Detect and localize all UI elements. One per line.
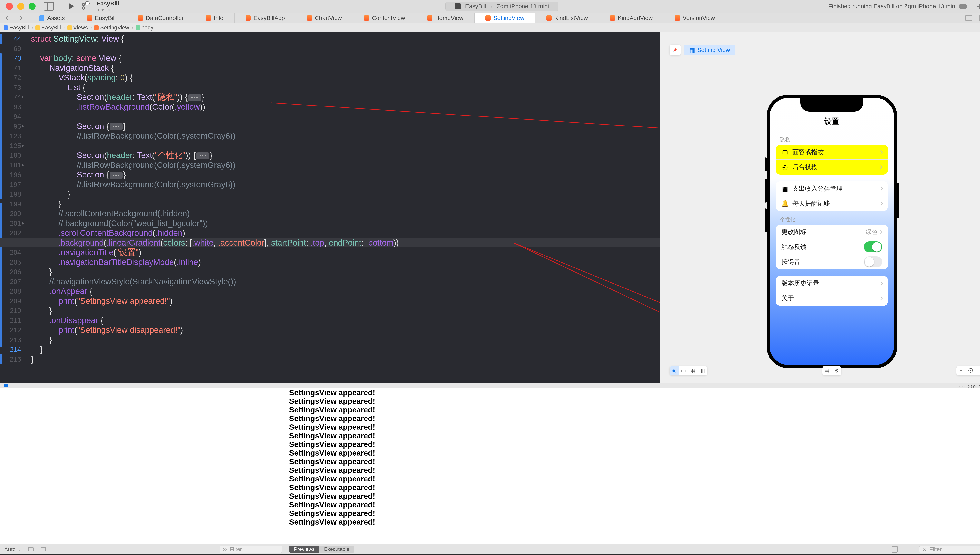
minimize-window-icon[interactable] (17, 3, 24, 10)
row-about[interactable]: 关于 (775, 291, 888, 306)
chevron-right-icon (879, 150, 883, 154)
minimap-indicator-icon[interactable] (3, 384, 8, 387)
add-editor-button[interactable]: + (977, 1, 980, 12)
titlebar: EasyBill master EasyBill › Zqm iPhone 13… (0, 0, 980, 13)
section-about: 版本历史记录 关于 (775, 276, 888, 306)
scheme-selector[interactable]: EasyBill master (96, 1, 119, 12)
live-mode-icon[interactable]: ◉ (670, 366, 679, 375)
jump-bar[interactable]: EasyBill› EasyBill› Views› SettingView› … (0, 23, 980, 32)
keysound-toggle[interactable] (864, 256, 882, 267)
folder-icon (35, 26, 40, 30)
source-editor[interactable]: 4469707172737493949512312518018119619719… (0, 32, 660, 383)
preview-settings-icon[interactable]: ⚙ (832, 366, 841, 375)
code-content[interactable]: struct SettingView: View { var body: som… (31, 34, 660, 364)
section-manage: ▦支出收入分类管理 🔔每天提醒记账 (775, 181, 888, 211)
tab-label: EasyBillApp (253, 15, 285, 21)
variables-filter-field[interactable]: ⊘ Filter (219, 545, 282, 553)
tab-label: KindAddView (618, 15, 653, 21)
device-screen[interactable]: 设置 隐私 ▢面容或指纹 ◴后台模糊 (770, 98, 894, 365)
window-traffic-lights (6, 3, 36, 10)
row-version-history[interactable]: 版本历史记录 (775, 276, 888, 291)
console-mode-segmented[interactable]: Previews Executable (289, 545, 354, 553)
property-icon (136, 26, 140, 30)
tab-assets[interactable]: Assets (29, 13, 76, 23)
swift-file-icon (206, 16, 211, 21)
clear-console-icon[interactable] (892, 546, 898, 553)
selectable-mode-icon[interactable]: ▭ (679, 366, 688, 375)
swift-file-icon (427, 16, 432, 21)
chevron-right-icon (879, 165, 883, 169)
view-selector-icon-2[interactable] (41, 547, 46, 552)
pin-preview-button[interactable]: 📌 (670, 45, 681, 56)
tab-chartview[interactable]: ChartView (296, 13, 353, 23)
bell-icon: 🔔 (782, 200, 788, 207)
preview-name-pill[interactable]: ▦ Setting View (684, 45, 735, 56)
tab-datacontroller[interactable]: DataController (127, 13, 195, 23)
color-variants-icon[interactable]: ◧ (698, 366, 707, 375)
nav-bar-title: 设置 (770, 116, 894, 126)
tab-easybillapp[interactable]: EasyBillApp (235, 13, 296, 23)
device-settings-icon[interactable]: ▤ (822, 366, 832, 375)
zoom-in-icon[interactable]: + (975, 366, 980, 375)
zoom-controls[interactable]: − ⦿ + ⛶ (956, 366, 980, 375)
crumb-4[interactable]: body (142, 24, 153, 31)
console-filter-field[interactable]: ⊘ Filter (919, 545, 980, 553)
zoom-window-icon[interactable] (29, 3, 36, 10)
line-gutter[interactable]: 4469707172737493949512312518018119619719… (0, 32, 25, 383)
haptic-toggle[interactable] (864, 241, 882, 252)
tab-contentview[interactable]: ContentView (353, 13, 416, 23)
row-appicon[interactable]: 更改图标 绿色 (775, 225, 888, 239)
run-destination-pill[interactable]: EasyBill › Zqm iPhone 13 mini (445, 2, 558, 11)
canvas-preview: 📌 ▦ Setting View 设置 隐私 ▢面容或指纹 (660, 32, 980, 383)
chevron-right-icon (879, 281, 883, 286)
main-split: 4469707172737493949512312518018119619719… (0, 32, 980, 383)
tab-kindlistview[interactable]: KindListView (536, 13, 599, 23)
device-frame: 设置 隐私 ▢面容或指纹 ◴后台模糊 (767, 95, 897, 368)
variables-scope-selector[interactable]: Auto ⌄ (4, 546, 21, 552)
executable-segment[interactable]: Executable (319, 545, 354, 553)
app-icon (454, 3, 461, 10)
close-window-icon[interactable] (6, 3, 13, 10)
tab-kindaddview[interactable]: KindAddView (599, 13, 664, 23)
preview-device-controls[interactable]: ▤ ⚙ (822, 366, 841, 375)
crumb-0[interactable]: EasyBill (10, 24, 29, 31)
tabs-row: AssetsEasyBillDataControllerInfoEasyBill… (29, 13, 726, 23)
crumb-1[interactable]: EasyBill (42, 24, 61, 31)
swift-file-icon (138, 16, 143, 21)
toggle-minimap-icon[interactable] (979, 15, 980, 21)
tab-versionview[interactable]: VersionView (664, 13, 726, 23)
layout-icon: ▦ (689, 47, 695, 53)
toggle-navigator-icon[interactable] (43, 2, 54, 11)
row-blur[interactable]: ◴后台模糊 (775, 160, 888, 175)
row-keysound[interactable]: 按键音 (775, 254, 888, 269)
console-output[interactable]: SettingsView appeared! SettingsView appe… (286, 388, 980, 544)
tab-easybill[interactable]: EasyBill (76, 13, 127, 23)
git-branch-icon[interactable] (82, 3, 89, 10)
tab-label: KindListView (554, 15, 588, 21)
preview-mode-segmented[interactable]: ◉ ▭ ▦ ◧ (670, 366, 707, 375)
variants-mode-icon[interactable]: ▦ (688, 366, 698, 375)
folder-icon (39, 16, 45, 21)
tab-settingview[interactable]: SettingView (475, 13, 536, 23)
row-reminder[interactable]: 🔔每天提醒记账 (775, 196, 888, 211)
zoom-out-icon[interactable]: − (956, 366, 966, 375)
tab-info[interactable]: Info (195, 13, 235, 23)
run-button-icon[interactable] (69, 3, 74, 10)
variables-view[interactable] (0, 388, 286, 544)
nav-back-icon[interactable] (5, 16, 10, 21)
row-faceid[interactable]: ▢面容或指纹 (775, 145, 888, 160)
crumb-2[interactable]: Views (73, 24, 88, 31)
zoom-100-icon[interactable]: ⦿ (966, 366, 975, 375)
row-haptic[interactable]: 触感反馈 (775, 239, 888, 254)
previews-segment[interactable]: Previews (289, 545, 319, 553)
crumb-3[interactable]: SettingView (100, 24, 129, 31)
tab-homeview[interactable]: HomeView (416, 13, 475, 23)
view-selector-icon[interactable] (28, 547, 34, 552)
row-categories[interactable]: ▦支出收入分类管理 (775, 181, 888, 196)
adjust-editor-options-icon[interactable] (966, 15, 972, 21)
nav-forward-icon[interactable] (18, 16, 22, 21)
project-name: EasyBill (96, 1, 119, 6)
cloud-status-icon[interactable] (959, 3, 967, 9)
scheme-device: Zqm iPhone 13 mini (497, 3, 549, 10)
editor-footer: Line: 202 Col: 110 (0, 383, 980, 388)
